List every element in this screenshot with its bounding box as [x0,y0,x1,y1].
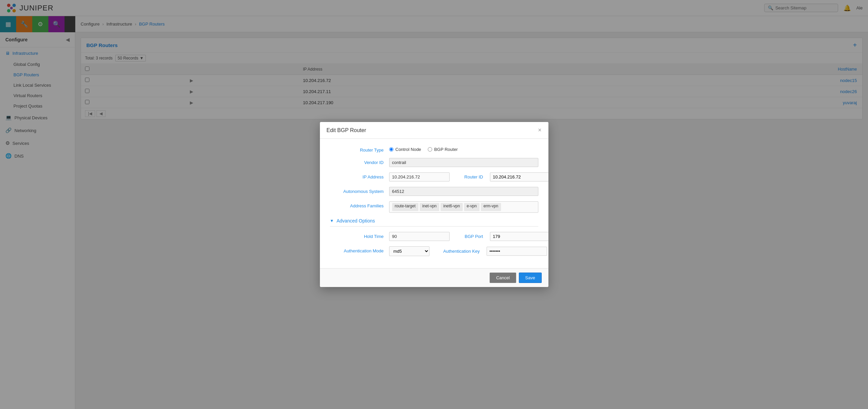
tag-route-target: route-target [392,203,418,211]
auth-key-label: Authentication Key [436,249,480,254]
modal-body: Router Type Control Node BGP Router Vend… [320,139,549,268]
autonomous-system-label: Autonomous System [330,187,384,194]
router-type-label: Router Type [330,146,384,153]
bgp-router-radio[interactable] [428,147,432,152]
router-id-input[interactable] [490,172,549,182]
modal-overlay: Edit BGP Router × Router Type Control No… [0,0,868,409]
hold-time-bgp-port-split: BGP Port [389,232,549,241]
tag-inet-vpn: inet-vpn [420,203,439,211]
tag-erm-vpn: erm-vpn [481,203,501,211]
cancel-button[interactable]: Cancel [490,273,516,283]
edit-bgp-router-modal: Edit BGP Router × Router Type Control No… [320,122,549,287]
auth-key-input[interactable] [487,247,547,256]
ip-address-input[interactable] [389,172,450,182]
save-button[interactable]: Save [519,273,542,283]
modal-header: Edit BGP Router × [320,122,549,139]
vendor-id-input[interactable] [389,158,538,167]
modal-title: Edit BGP Router [327,127,366,133]
hold-time-label: Hold Time [330,232,384,239]
bgp-router-option[interactable]: BGP Router [428,147,458,152]
autonomous-system-input[interactable] [389,187,538,196]
ip-router-id-row: IP Address Router ID [330,172,538,182]
router-type-radio-group: Control Node BGP Router [389,146,458,152]
bgp-router-label: BGP Router [434,147,458,152]
control-node-option[interactable]: Control Node [389,147,422,152]
control-node-label: Control Node [396,147,422,152]
address-families-tags[interactable]: route-target inet-vpn inet6-vpn e-vpn er… [389,201,538,213]
advanced-collapse-icon: ▼ [330,218,334,223]
vendor-id-label: Vendor ID [330,158,384,165]
hold-time-input[interactable] [389,232,450,241]
auth-split: None md5 Authentication Key [389,246,547,256]
ip-router-id-split: Router ID [389,172,549,182]
ip-address-label: IP Address [330,172,384,180]
bgp-port-input[interactable] [490,232,549,241]
auth-mode-select[interactable]: None md5 [389,246,430,256]
control-node-radio[interactable] [389,147,394,152]
vendor-id-row: Vendor ID [330,158,538,167]
address-families-row: Address Families route-target inet-vpn i… [330,201,538,213]
address-families-label: Address Families [330,201,384,208]
tag-e-vpn: e-vpn [464,203,479,211]
bgp-port-label: BGP Port [456,234,483,239]
advanced-options-header[interactable]: ▼ Advanced Options [330,218,538,226]
auth-row: Authentication Mode None md5 Authenticat… [330,246,538,256]
router-id-label: Router ID [456,175,483,180]
modal-footer: Cancel Save [320,268,549,287]
autonomous-system-row: Autonomous System [330,187,538,196]
advanced-options-section: ▼ Advanced Options Hold Time BGP Port Au… [330,218,538,256]
modal-close-btn[interactable]: × [538,127,542,134]
router-type-row: Router Type Control Node BGP Router [330,146,538,153]
hold-time-row: Hold Time BGP Port [330,232,538,241]
tag-inet6-vpn: inet6-vpn [440,203,462,211]
auth-mode-label: Authentication Mode [330,246,384,253]
advanced-options-label: Advanced Options [336,218,375,223]
